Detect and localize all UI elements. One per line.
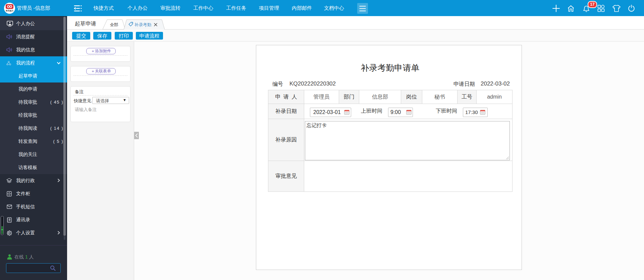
svg-text:全部: 全部	[110, 22, 118, 27]
svg-text:华天动力: 华天动力	[5, 9, 13, 12]
svg-text:补录考勤: 补录考勤	[134, 22, 151, 27]
